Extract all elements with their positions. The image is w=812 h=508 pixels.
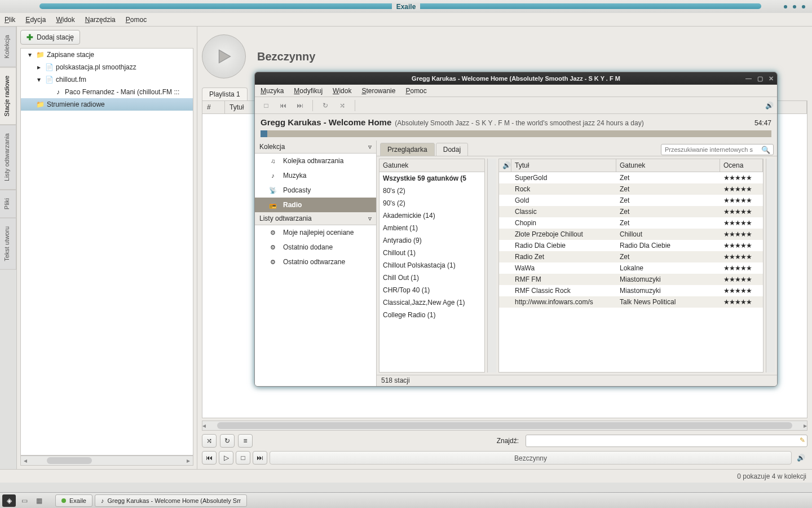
genre-item[interactable]: 80's (2) bbox=[379, 185, 484, 197]
menu-narzedzia[interactable]: Narzędzia bbox=[85, 16, 116, 24]
tree-row[interactable]: ▾📄chillout.fm bbox=[21, 73, 193, 86]
sidebar-item[interactable]: ⚙Moje najlepiej oceniane bbox=[255, 225, 376, 240]
tab-add[interactable]: Dodaj bbox=[436, 143, 468, 156]
menu-plik[interactable]: Plik bbox=[5, 16, 15, 24]
w2-prev-button[interactable]: ⏮ bbox=[275, 99, 291, 112]
genre-item[interactable]: Ambient (1) bbox=[379, 222, 484, 234]
next-button[interactable]: ⏭ bbox=[253, 451, 267, 465]
w2-shuffle-button[interactable]: ⤭ bbox=[334, 99, 350, 112]
genre-item[interactable]: CHR/Top 40 (1) bbox=[379, 284, 484, 296]
launcher-icon[interactable]: ◈ bbox=[2, 494, 16, 507]
col-genre[interactable]: Gatunek bbox=[616, 159, 720, 172]
genre-item[interactable]: Classical,Jazz,New Age (1) bbox=[379, 296, 484, 309]
w2-menu-pomoc[interactable]: Pomoc bbox=[405, 87, 426, 95]
w2-menu-sterowanie[interactable]: Sterowanie bbox=[361, 87, 395, 95]
genre-item[interactable]: Akademickie (14) bbox=[379, 209, 484, 222]
sidebar-item[interactable]: ♫Kolejka odtwarzania bbox=[255, 154, 376, 168]
side-tab-tekst[interactable]: Tekst utworu bbox=[0, 218, 16, 270]
stop-button[interactable]: □ bbox=[236, 451, 250, 465]
station-row[interactable]: GoldZet★★★★★ bbox=[499, 195, 763, 206]
window-controls[interactable] bbox=[784, 5, 805, 8]
search-icon[interactable]: 🔍 bbox=[761, 146, 770, 154]
side-tab-kolekcja[interactable]: Kolekcja bbox=[0, 27, 16, 67]
win2-titlebar[interactable]: Gregg Karukas - Welcome Home (Absolutely… bbox=[255, 72, 777, 85]
workspace-icon[interactable]: ▦ bbox=[33, 494, 45, 507]
station-row[interactable]: RMF FMMiastomuzyki★★★★★ bbox=[499, 274, 763, 285]
playlist-tab[interactable]: Playlista 1 bbox=[202, 87, 248, 100]
side-tab-stacje[interactable]: Stacje radiowe bbox=[0, 67, 16, 125]
w2-menu-widok[interactable]: Widok bbox=[333, 87, 351, 95]
genre-item[interactable]: Chill Out (1) bbox=[379, 271, 484, 284]
left-hscroll[interactable]: ◂▸ bbox=[20, 456, 193, 466]
section-kolekcja[interactable]: Kolekcja▿ bbox=[255, 141, 376, 154]
col-rating[interactable]: Ocena bbox=[720, 159, 763, 172]
genre-item[interactable]: Chillout (1) bbox=[379, 247, 484, 259]
genre-item[interactable]: College Radio (1) bbox=[379, 309, 484, 321]
w2-repeat-button[interactable]: ↻ bbox=[317, 99, 333, 112]
genre-list[interactable]: Wszystkie 59 gatunków (580's (2)90's (2)… bbox=[379, 172, 484, 372]
genre-item[interactable]: Antyradio (9) bbox=[379, 234, 484, 247]
shuffle-button[interactable]: ⤭ bbox=[202, 434, 217, 448]
station-row[interactable]: http://www.infowars.com/sTalk News Polit… bbox=[499, 296, 763, 308]
tree-row[interactable]: ▾📁Zapisane stacje bbox=[21, 49, 193, 61]
w2-next-button[interactable]: ⏭ bbox=[292, 99, 308, 112]
tab-browse[interactable]: Przeglądarka bbox=[380, 143, 435, 156]
sidebar-item[interactable]: ♪Muzyka bbox=[255, 168, 376, 183]
sidebar-item[interactable]: 📻Radio bbox=[255, 198, 376, 212]
maximize-icon[interactable]: ▢ bbox=[757, 75, 763, 82]
station-row[interactable]: SuperGoldZet★★★★★ bbox=[499, 172, 763, 183]
genre-scrollbar[interactable] bbox=[487, 159, 496, 373]
side-tab-listy[interactable]: Listy odtwarzania bbox=[0, 125, 16, 190]
add-station-button[interactable]: ✚ Dodaj stację bbox=[20, 30, 80, 45]
side-tab-pliki[interactable]: Pliki bbox=[0, 190, 16, 218]
genre-item[interactable]: Wszystkie 59 gatunków (5 bbox=[379, 172, 484, 185]
genre-header[interactable]: Gatunek bbox=[379, 159, 484, 172]
section-listy[interactable]: Listy odtwarzania▿ bbox=[255, 212, 376, 225]
col-title[interactable]: Tytuł bbox=[511, 159, 616, 172]
taskbar-item[interactable]: ♪Gregg Karukas - Welcome Home (Absolutel… bbox=[95, 494, 247, 507]
col-play-icon[interactable]: 🔊 bbox=[499, 159, 511, 172]
volume-icon[interactable]: 🔊 bbox=[794, 454, 807, 462]
play-circle[interactable] bbox=[202, 34, 246, 78]
search-input[interactable] bbox=[661, 144, 774, 155]
tree-row[interactable]: ♪Paco Fernandez - Mani (chillout.FM ::: bbox=[21, 86, 193, 98]
genre-item[interactable]: 90's (2) bbox=[379, 197, 484, 209]
genre-item[interactable]: Chillout Polskastacja (1) bbox=[379, 259, 484, 271]
w2-menu-muzyka[interactable]: Muzyka bbox=[261, 87, 284, 95]
station-row[interactable]: Radio ZetZet★★★★★ bbox=[499, 251, 763, 262]
sidebar-item[interactable]: ⚙Ostatnio dodane bbox=[255, 240, 376, 255]
w2-stop-button[interactable]: □ bbox=[258, 99, 274, 112]
w2-menu-modyfikuj[interactable]: Modyfikuj bbox=[294, 87, 323, 95]
menu-widok[interactable]: Widok bbox=[56, 16, 74, 24]
list-button[interactable]: ≡ bbox=[238, 434, 253, 448]
main-hscroll[interactable]: ◂▸ bbox=[202, 421, 807, 431]
win2-controls[interactable]: —▢✕ bbox=[745, 75, 774, 82]
station-scrollbar[interactable] bbox=[766, 159, 775, 373]
repeat-button[interactable]: ↻ bbox=[220, 434, 235, 448]
desktop-icon[interactable]: ▭ bbox=[18, 494, 30, 507]
station-row[interactable]: Radio Dla CiebieRadio Dla Ciebie★★★★★ bbox=[499, 240, 763, 251]
menu-pomoc[interactable]: Pomoc bbox=[126, 16, 147, 24]
progress-bar[interactable] bbox=[261, 130, 771, 137]
taskbar-item[interactable]: Exaile bbox=[55, 494, 92, 507]
col-num[interactable]: # bbox=[202, 101, 225, 113]
clear-icon[interactable]: ✎ bbox=[800, 436, 805, 444]
close-icon[interactable]: ✕ bbox=[769, 75, 774, 82]
tree-row[interactable]: 📁Strumienie radiowe bbox=[21, 98, 193, 111]
station-row[interactable]: RockZet★★★★★ bbox=[499, 183, 763, 195]
menu-edycja[interactable]: Edycja bbox=[25, 16, 46, 24]
station-list[interactable]: SuperGoldZet★★★★★RockZet★★★★★GoldZet★★★★… bbox=[499, 172, 763, 372]
station-row[interactable]: ChopinZet★★★★★ bbox=[499, 217, 763, 229]
station-row[interactable]: WaWaLokalne★★★★★ bbox=[499, 262, 763, 274]
station-row[interactable]: RMF Classic RockMiastomuzyki★★★★★ bbox=[499, 285, 763, 296]
station-row[interactable]: ClassicZet★★★★★ bbox=[499, 206, 763, 217]
station-tree[interactable]: ▾📁Zapisane stacje▸📄polskastacja.pl smoot… bbox=[20, 48, 193, 456]
play-button[interactable]: ▷ bbox=[219, 451, 233, 465]
sidebar-item[interactable]: ⚙Ostatnio odtwarzane bbox=[255, 255, 376, 269]
tree-row[interactable]: ▸📄polskastacja.pl smoothjazz bbox=[21, 61, 193, 73]
w2-volume-icon[interactable]: 🔊 bbox=[765, 102, 774, 110]
sidebar-item[interactable]: 📡Podcasty bbox=[255, 183, 376, 198]
find-input[interactable] bbox=[526, 435, 807, 447]
prev-button[interactable]: ⏮ bbox=[202, 451, 217, 465]
station-row[interactable]: Złote Przeboje ChilloutChillout★★★★★ bbox=[499, 229, 763, 240]
